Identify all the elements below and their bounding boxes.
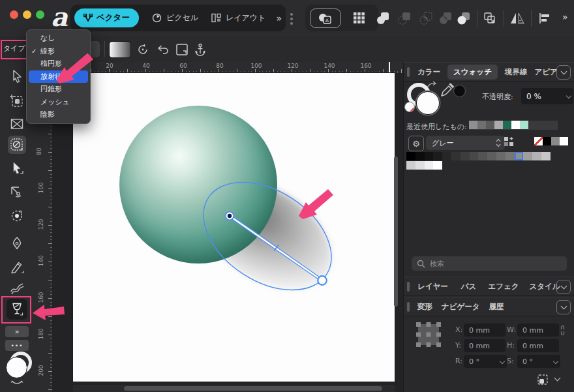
selection-ellipse[interactable] bbox=[184, 160, 351, 312]
vector-brush-tool[interactable] bbox=[10, 282, 24, 296]
transform-mode-button[interactable] bbox=[537, 374, 549, 385]
mesh-warp-tool[interactable] bbox=[10, 117, 24, 131]
gray-swatch[interactable] bbox=[425, 161, 434, 170]
fill-selector[interactable] bbox=[416, 91, 440, 115]
panel-grip[interactable] bbox=[407, 302, 410, 312]
artboard-tool[interactable] bbox=[10, 94, 24, 108]
palette-select[interactable]: グレー bbox=[426, 136, 505, 150]
gray-swatch[interactable] bbox=[433, 152, 442, 160]
rotation-dropdown[interactable]: 0 ° bbox=[464, 355, 507, 368]
menu-item-mesh[interactable]: メッシュ bbox=[27, 96, 90, 109]
corner-tool[interactable] bbox=[10, 138, 24, 152]
gray-swatch[interactable] bbox=[478, 152, 487, 160]
swatch-black[interactable] bbox=[543, 137, 551, 145]
tab-history[interactable]: 履歴 bbox=[489, 302, 504, 312]
gray-swatch[interactable] bbox=[541, 152, 551, 160]
vertical-scrollbar-thumb[interactable] bbox=[394, 157, 398, 307]
tab-vector-persona[interactable]: ベクター bbox=[74, 8, 139, 27]
boolean-subtract-button[interactable] bbox=[396, 10, 413, 27]
link-dimensions-toggle[interactable]: ∩∪ bbox=[560, 324, 565, 336]
more-tools-button[interactable]: ••• bbox=[5, 340, 29, 351]
gray-swatch[interactable] bbox=[442, 152, 451, 160]
toolbar-overflow-chevron[interactable]: » bbox=[562, 12, 568, 22]
tab-stroke[interactable]: 境界線 bbox=[505, 67, 528, 77]
fit-gradient-button[interactable] bbox=[174, 41, 190, 58]
pen-tool[interactable] bbox=[10, 236, 24, 250]
point-transform-tool[interactable] bbox=[10, 209, 24, 223]
grid-options-button[interactable] bbox=[350, 10, 367, 27]
recent-swatch[interactable] bbox=[469, 121, 477, 129]
tab-layers[interactable]: レイヤー bbox=[417, 282, 448, 292]
swatch-gray[interactable] bbox=[551, 137, 560, 145]
canvas-pasteboard[interactable] bbox=[52, 73, 403, 392]
fill-color-well[interactable] bbox=[6, 357, 27, 378]
gray-swatch[interactable] bbox=[506, 152, 515, 160]
zoom-window-button[interactable] bbox=[36, 10, 44, 19]
gray-swatch[interactable] bbox=[406, 161, 415, 170]
panel-options-button[interactable] bbox=[556, 280, 571, 294]
gray-swatch[interactable] bbox=[415, 161, 425, 170]
recent-swatch[interactable] bbox=[503, 121, 511, 129]
anchor-button[interactable] bbox=[192, 41, 209, 58]
x-input[interactable]: 0 mm bbox=[464, 324, 506, 337]
gray-swatch[interactable] bbox=[487, 152, 496, 160]
recent-swatch[interactable] bbox=[486, 121, 494, 129]
tab-navigator[interactable]: ナビゲータ bbox=[442, 302, 480, 312]
recent-swatch[interactable] bbox=[511, 121, 520, 129]
gradient-end-handle[interactable] bbox=[318, 276, 327, 285]
move-tool[interactable] bbox=[10, 69, 24, 83]
gray-swatch[interactable] bbox=[451, 152, 461, 160]
persona-overflow-chevron[interactable]: » bbox=[276, 13, 282, 23]
tab-appearance[interactable]: アピア bbox=[534, 67, 557, 77]
rotate-gradient-button[interactable] bbox=[134, 41, 151, 58]
horizontal-scrollbar-thumb[interactable] bbox=[124, 386, 382, 391]
recent-swatch[interactable] bbox=[477, 121, 486, 129]
recent-swatch[interactable] bbox=[520, 121, 528, 129]
tab-swatches[interactable]: スウォッチ bbox=[447, 65, 498, 80]
panel-options-button[interactable] bbox=[556, 65, 571, 80]
tab-paths[interactable]: パス bbox=[461, 282, 477, 292]
gray-swatch[interactable] bbox=[470, 152, 479, 160]
shear-dropdown[interactable]: 0 ° bbox=[517, 355, 560, 368]
tab-layout-persona[interactable]: レイアウト bbox=[211, 12, 265, 23]
tab-pixel-persona[interactable]: ピクセル bbox=[152, 12, 198, 23]
pencil-tool[interactable] bbox=[10, 260, 24, 274]
tab-styles[interactable]: スタイル bbox=[529, 282, 560, 292]
panel-grip[interactable] bbox=[407, 67, 410, 77]
tab-color[interactable]: カラー bbox=[417, 67, 440, 77]
gray-swatch[interactable] bbox=[523, 152, 532, 160]
gray-swatch[interactable] bbox=[425, 152, 434, 160]
boolean-xor-button[interactable] bbox=[437, 10, 454, 27]
menu-item-none[interactable]: なし bbox=[27, 32, 90, 45]
chevron-down-icon[interactable] bbox=[554, 375, 561, 382]
y-input[interactable]: 0 mm bbox=[464, 339, 506, 352]
recent-swatch[interactable] bbox=[494, 121, 503, 129]
boolean-intersect-button[interactable] bbox=[417, 10, 434, 27]
gray-swatch[interactable] bbox=[496, 152, 506, 160]
contour-tool[interactable] bbox=[10, 185, 24, 200]
insert-behind-button[interactable] bbox=[481, 10, 498, 27]
reverse-gradient-button[interactable] bbox=[155, 41, 172, 58]
menu-item-shadow[interactable]: 陰影 bbox=[27, 108, 90, 121]
horizontal-scrollbar-track[interactable] bbox=[73, 385, 395, 392]
tab-transform[interactable]: 変形 bbox=[417, 302, 432, 312]
tab-effects[interactable]: エフェク bbox=[488, 282, 519, 292]
flip-horizontal-button[interactable] bbox=[509, 10, 526, 27]
swatch-white[interactable] bbox=[560, 137, 568, 145]
gray-swatch-selected[interactable] bbox=[515, 152, 524, 160]
palette-settings-button[interactable]: ⚙ bbox=[408, 136, 424, 151]
node-tool[interactable] bbox=[10, 161, 24, 175]
anchor-point-selector[interactable] bbox=[415, 321, 442, 348]
panel-options-button[interactable] bbox=[556, 300, 571, 314]
swatch-search-input[interactable]: 検索 bbox=[412, 256, 567, 271]
alignment-button[interactable] bbox=[536, 10, 553, 27]
opacity-dropdown[interactable]: 0 % bbox=[521, 88, 573, 104]
styles-picker-button[interactable]: A bbox=[310, 8, 341, 28]
boolean-divide-button[interactable] bbox=[455, 10, 472, 27]
gray-swatch[interactable] bbox=[433, 161, 442, 170]
gray-swatch[interactable] bbox=[461, 152, 470, 160]
gradient-preview-swatch[interactable] bbox=[109, 41, 131, 58]
gray-swatch[interactable] bbox=[415, 152, 425, 160]
swap-fill-stroke-button[interactable] bbox=[10, 380, 24, 386]
panel-grip[interactable] bbox=[407, 282, 410, 292]
